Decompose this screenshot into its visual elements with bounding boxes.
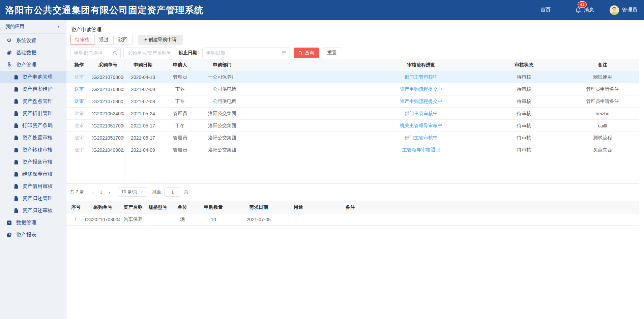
detail-table-header: 序号 采购单号 资产名称 规格型号 单位 申购数量 需求日期 用途 备注 <box>66 201 639 213</box>
dept-select-input[interactable] <box>74 50 113 56</box>
sidebar-item-asset-transfer[interactable]: 资产转移审核 <box>0 144 66 156</box>
next-page-button[interactable]: › <box>106 189 113 195</box>
submit-review-link[interactable]: 送审 <box>75 98 84 105</box>
table-row[interactable]: 送审 CG20210524008 2021-05-24 管理员 洛阳公交集团 部… <box>66 108 639 120</box>
detail-empty-area <box>66 226 639 319</box>
remark: 管理员申请备注 <box>566 95 639 107</box>
spacer <box>246 144 360 156</box>
applicant: 丁冬 <box>162 120 199 132</box>
tab-rejected[interactable]: 驳回 <box>113 35 133 45</box>
page-number[interactable]: 1 <box>97 190 105 195</box>
file-icon <box>13 111 19 116</box>
sidebar-item-data-management[interactable]: 数据管理 <box>0 216 66 229</box>
page-size-value: 10 条/页 <box>121 189 138 195</box>
search-button[interactable]: 查询 <box>294 48 319 58</box>
tab-approved[interactable]: 通过 <box>94 35 114 45</box>
spacer <box>246 71 360 83</box>
progress-link[interactable]: 机关主管领导审核中 <box>400 123 442 129</box>
progress-link[interactable]: 部门主管审核中 <box>405 74 438 80</box>
user-label: 管理员 <box>622 7 637 13</box>
review-status: 待审核 <box>482 83 566 95</box>
sidebar-item-asset-depreciation[interactable]: 资产折旧管理 <box>0 107 66 119</box>
sidebar-item-label: 资产报表 <box>16 232 36 238</box>
sidebar-item-label: 数据管理 <box>16 220 36 226</box>
database-export-icon <box>6 220 12 225</box>
spacer <box>246 132 360 144</box>
progress-link[interactable]: 部门主管审核中 <box>405 135 438 141</box>
sidebar-item-asset-management[interactable]: $ 资产管理 <box>0 59 66 71</box>
sidebar-collapse-icon[interactable]: ‹ <box>57 24 59 30</box>
messages-button[interactable]: 41 消息 <box>575 6 594 13</box>
table-row[interactable]: 送审 CG20210517005 2021-05-17 管理员 洛阳公交集团 部… <box>66 132 639 144</box>
date-range-label: 起止日期: <box>178 50 199 56</box>
sidebar-item-label: 系统设置 <box>16 37 36 44</box>
col-header: 审核状态 <box>482 59 566 71</box>
file-icon <box>13 172 19 177</box>
date-field[interactable] <box>202 48 290 58</box>
sidebar-item-asset-scrap[interactable]: 资产报废审核 <box>0 156 66 168</box>
keyword-input[interactable] <box>127 50 171 56</box>
col-header: 备注 <box>566 59 639 71</box>
sidebar-item-asset-borrow[interactable]: 资产借用审核 <box>0 180 66 192</box>
table-row[interactable]: 送审 CG20210708002 2021-07-08 丁冬 一公司供电所 资产… <box>66 83 639 95</box>
sidebar-item-asset-archive[interactable]: 资产档案维护 <box>0 83 66 95</box>
unit: 辆 <box>170 213 195 225</box>
sidebar-item-base-data[interactable]: 基础数据 <box>0 47 66 59</box>
sidebar-item-asset-purchase[interactable]: 资产申购管理 <box>0 71 66 83</box>
col-header: 操作 <box>66 59 92 71</box>
search-icon <box>113 51 117 55</box>
total-count: 共 7 条 <box>70 189 84 195</box>
sidebar-item-label: 资产折旧管理 <box>22 110 53 117</box>
calendar-icon <box>282 51 286 55</box>
dept-select[interactable] <box>70 48 121 58</box>
sidebar-item-label: 资产借用审核 <box>22 183 53 190</box>
spacer <box>389 201 639 213</box>
spacer <box>246 83 360 95</box>
table-row[interactable]: 送审 CG20210517006 2021-05-17 丁冬 洛阳公交集团 机关… <box>66 120 639 132</box>
jump-page-input[interactable] <box>164 187 181 197</box>
sidebar-item-asset-return-mgmt[interactable]: 资产归还管理 <box>0 192 66 204</box>
sidebar-item-label: 资产处置审核 <box>22 135 53 141</box>
progress-link[interactable]: 主管领导审核退回 <box>402 147 440 153</box>
create-purchase-button[interactable]: + 创建采购申请 <box>138 35 183 45</box>
sidebar-item-asset-inventory[interactable]: 资产盘点管理 <box>0 95 66 107</box>
reset-button[interactable]: 重置 <box>322 48 342 58</box>
date-input[interactable] <box>206 50 282 56</box>
tab-pending[interactable]: 待审核 <box>70 35 94 45</box>
copy-icon <box>6 50 12 55</box>
prev-page-button[interactable]: ‹ <box>89 189 97 195</box>
sidebar-item-label: 维修保养审核 <box>22 171 53 177</box>
review-status: 待审核 <box>482 144 566 156</box>
file-icon <box>13 135 19 140</box>
app-header: 洛阳市公共交通集团有限公司固定资产管理系统 首页 41 消息 管理员 <box>0 0 644 20</box>
col-header: 采购单号 <box>85 201 120 213</box>
table-row[interactable]: 送审 CG20210409022 2021-04-09 管理员 洛阳公交集团 主… <box>66 144 639 156</box>
progress-link[interactable]: 资产申购流程提交中 <box>400 86 442 92</box>
col-header: 用途 <box>286 201 311 213</box>
file-icon <box>13 99 19 104</box>
keyword-field[interactable] <box>123 48 174 58</box>
sidebar-item-label: 资产转移审核 <box>22 147 53 153</box>
sidebar-item-asset-disposal[interactable]: 资产处置审核 <box>0 132 66 144</box>
sidebar-item-asset-return-audit[interactable]: 资产归还审核 <box>0 204 66 216</box>
pagination: 共 7 条 ‹ 1 › 10 条/页 跳至 页 <box>70 186 188 197</box>
progress-link[interactable]: 资产申购流程提交中 <box>400 98 442 105</box>
submit-review-link: 送审 <box>75 123 84 129</box>
file-icon <box>13 184 19 189</box>
table-row[interactable]: 送审 CG20210708001 2021-07-08 丁冬 一公司供电所 资产… <box>66 95 639 108</box>
progress-link[interactable]: 部门主管审核中 <box>405 111 438 117</box>
sidebar-item-maintenance-audit[interactable]: 维修保养审核 <box>0 168 66 180</box>
order-no: CG20210524008 <box>92 108 124 119</box>
applicant: 丁冬 <box>162 83 199 95</box>
user-menu[interactable]: 管理员 <box>610 5 637 15</box>
nav-home[interactable]: 首页 <box>540 7 551 13</box>
submit-review-link[interactable]: 送审 <box>75 86 84 92</box>
sidebar-item-system-settings[interactable]: ⚙ 系统设置 <box>0 34 66 47</box>
sidebar-item-print-barcode[interactable]: 打印资产条码 <box>0 119 66 132</box>
sidebar-item-asset-report[interactable]: 资产报表 <box>0 229 66 241</box>
col-header: 申购数量 <box>195 201 232 213</box>
detail-row[interactable]: 1 CG20210708004 汽车保养 辆 10 2021-07-05 <box>66 213 639 226</box>
spacer <box>389 213 639 225</box>
table-row[interactable]: 送审 CG20210708004 2020-04-13 管理员 一公司保养厂 部… <box>66 71 639 83</box>
page-size-select[interactable]: 10 条/页 <box>118 187 147 197</box>
